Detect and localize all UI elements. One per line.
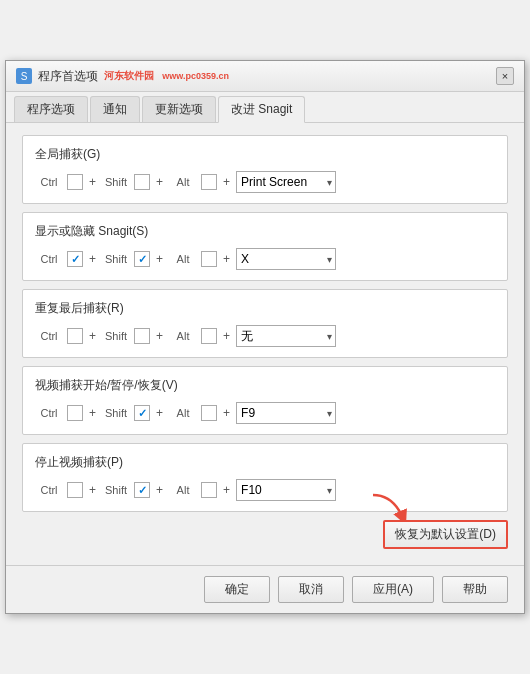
watermark: 河东软件园 www.pc0359.cn: [104, 69, 229, 83]
tab-general[interactable]: 通知: [90, 96, 140, 122]
key-select-wrapper-1: X AB无: [236, 248, 336, 270]
plus-2c: +: [223, 329, 230, 343]
tab-bar: 程序选项 通知 更新选项 改进 Snagit: [6, 92, 524, 123]
shift-label-1: Shift: [102, 253, 130, 265]
cancel-button[interactable]: 取消: [278, 576, 344, 603]
preferences-window: S 程序首选项 河东软件园 www.pc0359.cn × 程序选项 通知 更新…: [5, 60, 525, 614]
alt-label-2: Alt: [169, 330, 197, 342]
tab-update[interactable]: 更新选项: [142, 96, 216, 122]
apply-button[interactable]: 应用(A): [352, 576, 434, 603]
shift-checkbox-4[interactable]: [134, 482, 150, 498]
shift-label-3: Shift: [102, 407, 130, 419]
section-stop-video-title: 停止视频捕获(P): [35, 454, 495, 471]
shift-checkbox-0[interactable]: [134, 174, 150, 190]
tab-program[interactable]: 程序选项: [14, 96, 88, 122]
plus-1b: +: [156, 252, 163, 266]
ctrl-label-0: Ctrl: [35, 176, 63, 188]
alt-checkbox-3[interactable]: [201, 405, 217, 421]
key-select-wrapper-3: F9 F1F2无: [236, 402, 336, 424]
alt-checkbox-4[interactable]: [201, 482, 217, 498]
ctrl-checkbox-3[interactable]: [67, 405, 83, 421]
hotkey-row-stop: Ctrl + Shift + Alt + F10 F1F2无: [35, 479, 495, 501]
key-select-2[interactable]: 无 F1F2F3: [236, 325, 336, 347]
plus-0c: +: [223, 175, 230, 189]
key-select-0[interactable]: Print Screen F1F2F5无: [236, 171, 336, 193]
alt-checkbox-1[interactable]: [201, 251, 217, 267]
alt-label-4: Alt: [169, 484, 197, 496]
shift-label-4: Shift: [102, 484, 130, 496]
shift-label-0: Shift: [102, 176, 130, 188]
restore-section: 恢复为默认设置(D): [22, 520, 508, 549]
key-select-wrapper-2: 无 F1F2F3: [236, 325, 336, 347]
section-repeat-last-title: 重复最后捕获(R): [35, 300, 495, 317]
plus-4b: +: [156, 483, 163, 497]
section-global-capture: 全局捕获(G) Ctrl + Shift + Alt + Print Scree…: [22, 135, 508, 204]
ctrl-label-1: Ctrl: [35, 253, 63, 265]
section-global-capture-title: 全局捕获(G): [35, 146, 495, 163]
plus-3b: +: [156, 406, 163, 420]
plus-4c: +: [223, 483, 230, 497]
shift-checkbox-1[interactable]: [134, 251, 150, 267]
ctrl-checkbox-2[interactable]: [67, 328, 83, 344]
shift-checkbox-2[interactable]: [134, 328, 150, 344]
ok-button[interactable]: 确定: [204, 576, 270, 603]
content-area: 全局捕获(G) Ctrl + Shift + Alt + Print Scree…: [6, 123, 524, 565]
hotkey-row-video: Ctrl + Shift + Alt + F9 F1F2无: [35, 402, 495, 424]
key-select-wrapper-4: F10 F1F2无: [236, 479, 336, 501]
alt-label-0: Alt: [169, 176, 197, 188]
key-select-1[interactable]: X AB无: [236, 248, 336, 270]
hotkey-row-repeat: Ctrl + Shift + Alt + 无 F1F2F3: [35, 325, 495, 347]
section-show-hide: 显示或隐藏 Snagit(S) Ctrl + Shift + Alt + X A…: [22, 212, 508, 281]
key-select-3[interactable]: F9 F1F2无: [236, 402, 336, 424]
window-title: 程序首选项: [38, 68, 98, 85]
hotkey-row-global: Ctrl + Shift + Alt + Print Screen F1F2F5…: [35, 171, 495, 193]
section-stop-video: 停止视频捕获(P) Ctrl + Shift + Alt + F10 F1F2无: [22, 443, 508, 512]
hotkey-row-show-hide: Ctrl + Shift + Alt + X AB无: [35, 248, 495, 270]
plus-1a: +: [89, 252, 96, 266]
plus-0b: +: [156, 175, 163, 189]
key-select-wrapper-0: Print Screen F1F2F5无: [236, 171, 336, 193]
title-bar: S 程序首选项 河东软件园 www.pc0359.cn ×: [6, 61, 524, 92]
alt-checkbox-0[interactable]: [201, 174, 217, 190]
restore-button-wrapper: 恢复为默认设置(D): [383, 520, 508, 549]
ctrl-label-4: Ctrl: [35, 484, 63, 496]
ctrl-checkbox-1[interactable]: [67, 251, 83, 267]
section-video-start: 视频捕获开始/暂停/恢复(V) Ctrl + Shift + Alt + F9 …: [22, 366, 508, 435]
plus-3c: +: [223, 406, 230, 420]
alt-label-1: Alt: [169, 253, 197, 265]
title-bar-left: S 程序首选项 河东软件园 www.pc0359.cn: [16, 68, 229, 85]
alt-checkbox-2[interactable]: [201, 328, 217, 344]
ctrl-checkbox-0[interactable]: [67, 174, 83, 190]
plus-1c: +: [223, 252, 230, 266]
plus-2a: +: [89, 329, 96, 343]
section-video-start-title: 视频捕获开始/暂停/恢复(V): [35, 377, 495, 394]
app-icon: S: [16, 68, 32, 84]
footer: 确定 取消 应用(A) 帮助: [6, 565, 524, 613]
shift-checkbox-3[interactable]: [134, 405, 150, 421]
plus-4a: +: [89, 483, 96, 497]
restore-default-button[interactable]: 恢复为默认设置(D): [383, 520, 508, 549]
section-repeat-last: 重复最后捕获(R) Ctrl + Shift + Alt + 无 F1F2F3: [22, 289, 508, 358]
plus-2b: +: [156, 329, 163, 343]
ctrl-label-3: Ctrl: [35, 407, 63, 419]
tab-change[interactable]: 改进 Snagit: [218, 96, 305, 123]
footer-buttons: 确定 取消 应用(A) 帮助: [204, 576, 508, 603]
close-button[interactable]: ×: [496, 67, 514, 85]
plus-3a: +: [89, 406, 96, 420]
alt-label-3: Alt: [169, 407, 197, 419]
shift-label-2: Shift: [102, 330, 130, 342]
key-select-4[interactable]: F10 F1F2无: [236, 479, 336, 501]
ctrl-checkbox-4[interactable]: [67, 482, 83, 498]
plus-0a: +: [89, 175, 96, 189]
help-button[interactable]: 帮助: [442, 576, 508, 603]
ctrl-label-2: Ctrl: [35, 330, 63, 342]
section-show-hide-title: 显示或隐藏 Snagit(S): [35, 223, 495, 240]
